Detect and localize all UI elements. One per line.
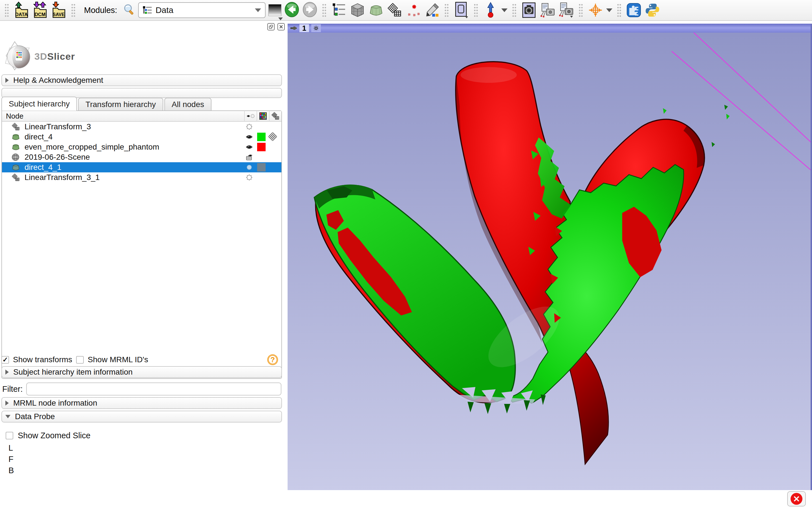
place-mode-chevron-icon[interactable] <box>501 8 507 12</box>
sceneview-camera-icon <box>540 2 555 18</box>
tree-options-row: ✓ Show transforms Show MRML ID's ? <box>1 354 282 365</box>
volume-node-icon <box>11 133 21 141</box>
toolbar-separator <box>444 3 449 17</box>
color-column-icon[interactable] <box>257 111 269 121</box>
python-icon <box>645 3 660 17</box>
status-bar: ✕ <box>0 490 812 507</box>
3d-view[interactable]: 1 <box>288 24 812 490</box>
orientation-b: B <box>8 465 14 476</box>
toolbar-drag-handle[interactable] <box>4 3 9 17</box>
logo-slicer-text: Slicer <box>47 51 75 62</box>
show-zoomed-slice-checkbox[interactable] <box>6 432 13 439</box>
tab-all-nodes[interactable]: All nodes <box>164 98 211 111</box>
screenshot-button[interactable] <box>521 1 537 19</box>
help-acknowledgement-section[interactable]: Help & Acknowledgement <box>1 74 282 86</box>
undock-panel-button[interactable] <box>267 23 274 31</box>
transform-node-icon <box>11 122 21 131</box>
history-back-button[interactable] <box>284 2 299 18</box>
annotations-module-button[interactable] <box>424 1 440 19</box>
tree-row[interactable]: direct_4 <box>2 132 282 142</box>
tab-transform-hierarchy[interactable]: Transform hierarchy <box>78 98 163 111</box>
place-fiducial-button[interactable] <box>483 1 499 19</box>
view-label: 1 <box>299 24 309 32</box>
tree-row[interactable]: LinearTransform_3 <box>2 122 282 132</box>
scene-visibility-icon[interactable] <box>245 153 254 161</box>
volumes-module-button[interactable] <box>350 1 365 19</box>
visibility-toggle[interactable] <box>245 173 254 182</box>
error-close-icon: ✕ <box>791 493 802 505</box>
color-swatch-gray[interactable] <box>257 163 266 172</box>
tree-header[interactable]: Node <box>2 111 282 122</box>
folder-save-icon: SAVE <box>51 1 66 19</box>
data-probe-orientation-labels: L F B <box>8 442 14 476</box>
layout-selector-button[interactable] <box>453 1 469 19</box>
filter-input[interactable] <box>26 383 282 395</box>
crosshair-icon <box>588 3 603 18</box>
color-swatch-green[interactable] <box>257 133 266 141</box>
crosshair-menu-chevron-icon[interactable] <box>606 8 612 12</box>
load-data-button[interactable]: DATA <box>13 1 29 19</box>
tree-row-selected[interactable]: direct_4_1 <box>2 162 282 172</box>
mrml-node-information-section[interactable]: MRML node information <box>1 397 282 409</box>
volume-rendering-module-button[interactable] <box>368 1 384 19</box>
volume-node-icon <box>11 163 21 172</box>
main-toolbar: DATA DCM SAVE Modules: <box>0 0 812 21</box>
save-button[interactable]: SAVE <box>51 1 66 19</box>
filter-label: Filter: <box>2 385 23 394</box>
logo-3d-text: 3D <box>35 51 47 62</box>
sceneview-restore-button[interactable] <box>558 1 574 19</box>
module-search-icon[interactable] <box>123 3 135 17</box>
visibility-toggle[interactable] <box>245 122 254 131</box>
scene-node-icon <box>11 153 21 161</box>
show-transforms-checkbox[interactable]: ✓ <box>1 356 9 363</box>
collapse-chevron-icon <box>5 78 9 83</box>
slicer-logo: 3DSlicer <box>4 40 86 74</box>
svg-text:SAVE: SAVE <box>53 12 65 17</box>
svg-text:DCM: DCM <box>35 12 46 17</box>
data-probe-section[interactable]: Data Probe <box>1 411 282 422</box>
place-point-arrow-icon <box>485 2 496 18</box>
history-forward-button[interactable] <box>302 2 317 18</box>
tab-subject-hierarchy[interactable]: Subject hierarchy <box>1 97 77 111</box>
load-dicom-button[interactable]: DCM <box>32 1 48 19</box>
subject-hierarchy-module-button[interactable] <box>331 1 347 19</box>
module-selector[interactable]: Data <box>138 2 266 18</box>
3d-view-header[interactable]: 1 <box>288 24 811 33</box>
extensions-manager-button[interactable] <box>626 1 642 19</box>
node-column-header[interactable]: Node <box>2 112 244 121</box>
view-controls-icon[interactable] <box>311 24 321 32</box>
chevron-down-icon <box>255 8 261 12</box>
visibility-toggle[interactable] <box>245 163 254 172</box>
transform-applied-icon[interactable] <box>268 132 278 142</box>
pencil-annotation-icon <box>424 3 440 18</box>
help-icon[interactable]: ? <box>267 354 278 365</box>
tree-row[interactable]: even_more_cropped_simple_phantom <box>2 142 282 152</box>
visibility-column-icon[interactable] <box>244 111 257 121</box>
pin-icon[interactable] <box>290 25 297 31</box>
python-console-button[interactable] <box>645 1 660 19</box>
crosshair-button[interactable] <box>588 1 603 19</box>
visibility-toggle[interactable] <box>245 133 254 141</box>
item-information-section[interactable]: Subject hierarchy item information <box>1 366 282 378</box>
3d-viewport[interactable] <box>288 33 811 490</box>
show-mrml-ids-checkbox[interactable] <box>76 356 84 363</box>
collapse-chevron-icon <box>5 400 9 406</box>
sceneview-capture-button[interactable] <box>540 1 555 19</box>
svg-text:DATA: DATA <box>15 12 28 17</box>
show-mrml-ids-label: Show MRML ID's <box>88 355 148 364</box>
transforms-module-button[interactable] <box>387 1 403 19</box>
module-history-button[interactable] <box>268 4 282 16</box>
transform-column-icon[interactable] <box>269 111 282 121</box>
color-swatch-red[interactable] <box>257 143 266 151</box>
module-panel: 3DSlicer Help & Acknowledgement Subject … <box>0 21 287 507</box>
green-volume-icon <box>368 3 384 18</box>
close-panel-button[interactable] <box>277 23 285 31</box>
layout-icon <box>454 2 469 18</box>
visibility-toggle[interactable] <box>245 143 254 151</box>
error-log-button[interactable]: ✕ <box>787 491 806 506</box>
tree-row[interactable]: 2019-06-26-Scene <box>2 152 282 162</box>
toolbar-separator <box>578 3 583 17</box>
tree-row[interactable]: LinearTransform_3_1 <box>2 172 282 182</box>
subject-hierarchy-tree: Node LinearT <box>1 110 282 379</box>
markups-module-button[interactable] <box>405 1 421 19</box>
